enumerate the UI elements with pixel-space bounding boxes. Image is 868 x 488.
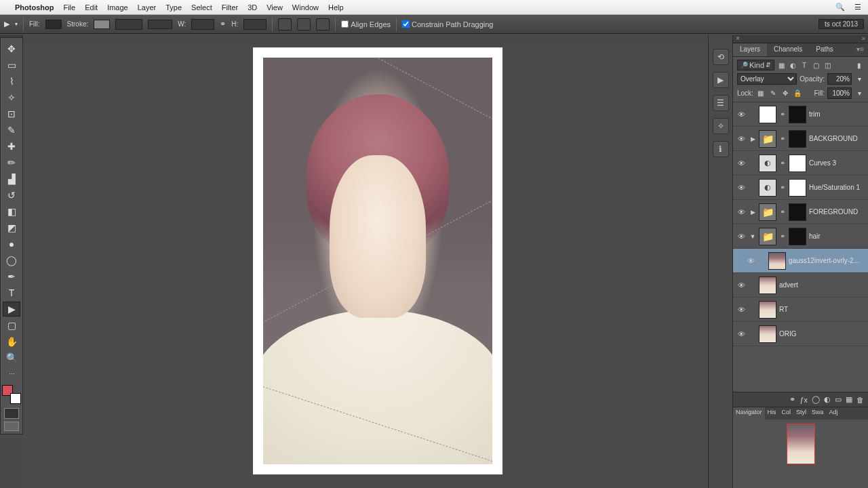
visibility-icon[interactable]: 👁 bbox=[736, 109, 747, 120]
layer-name[interactable]: hair bbox=[809, 232, 821, 240]
fill-swatch[interactable] bbox=[45, 20, 62, 29]
filter-pixel-icon[interactable]: ▦ bbox=[776, 60, 786, 70]
disclosure-icon[interactable]: ▶ bbox=[749, 209, 756, 216]
layer-row[interactable]: 👁⚭trim bbox=[733, 102, 868, 127]
visibility-icon[interactable]: 👁 bbox=[736, 207, 747, 218]
path-select-tool-icon[interactable]: ▶ bbox=[4, 20, 9, 28]
mask-thumb[interactable] bbox=[789, 179, 806, 197]
menu-layer[interactable]: Layer bbox=[138, 3, 157, 12]
lock-position-icon[interactable]: ✥ bbox=[781, 89, 790, 98]
link-icon[interactable]: ⚭ bbox=[779, 135, 786, 142]
folder-icon[interactable] bbox=[759, 203, 776, 221]
lasso-tool-icon[interactable]: ⌇ bbox=[3, 74, 20, 89]
quickmask-icon[interactable] bbox=[4, 408, 19, 419]
visibility-icon[interactable]: 👁 bbox=[745, 256, 756, 266]
pen-tool-icon[interactable]: ✒ bbox=[3, 269, 20, 284]
filter-adjust-icon[interactable]: ◐ bbox=[788, 60, 797, 70]
link-icon[interactable]: ⚭ bbox=[779, 159, 786, 167]
visibility-icon[interactable]: 👁 bbox=[736, 304, 747, 315]
history-brush-tool-icon[interactable]: ↺ bbox=[3, 188, 20, 203]
mask-icon[interactable]: ◯ bbox=[812, 395, 820, 404]
edit-toolbar-icon[interactable]: ⋯ bbox=[3, 367, 20, 382]
layer-row[interactable]: 👁⚭Curves 3 bbox=[733, 151, 868, 176]
adjustment-thumb[interactable] bbox=[759, 179, 776, 197]
lock-trans-icon[interactable]: ▦ bbox=[756, 89, 766, 98]
layer-name[interactable]: gauss12invert-ovrly-2... bbox=[789, 257, 859, 264]
link-icon[interactable]: ⚭ bbox=[779, 232, 786, 240]
tab-layers[interactable]: Layers bbox=[733, 43, 767, 56]
layer-row[interactable]: 👁ORIG bbox=[733, 322, 868, 346]
visibility-icon[interactable]: 👁 bbox=[736, 134, 747, 144]
layer-row[interactable]: 👁advert bbox=[733, 273, 868, 298]
shape-tool-icon[interactable]: ▢ bbox=[3, 318, 20, 333]
stroke-swatch[interactable] bbox=[94, 20, 110, 29]
path-align-button[interactable] bbox=[278, 18, 292, 30]
menu-help[interactable]: Help bbox=[328, 3, 344, 12]
blur-tool-icon[interactable]: ● bbox=[3, 237, 20, 251]
folder-icon[interactable] bbox=[759, 228, 776, 245]
visibility-icon[interactable]: 👁 bbox=[736, 231, 747, 242]
link-icon[interactable]: ⚭ bbox=[779, 184, 786, 191]
screenmode-icon[interactable] bbox=[4, 422, 19, 431]
background-color[interactable] bbox=[10, 393, 21, 404]
brush-tool-icon[interactable]: ✏ bbox=[3, 155, 20, 170]
link-wh-icon[interactable]: ⚭ bbox=[220, 20, 226, 28]
filter-kind-dropdown[interactable]: 🔎 Kind ⇵ bbox=[737, 60, 774, 70]
visibility-icon[interactable]: 👁 bbox=[736, 280, 747, 291]
mask-thumb[interactable] bbox=[789, 228, 806, 245]
align-edges-checkbox[interactable] bbox=[341, 20, 349, 28]
tab-adjustments[interactable]: Adj bbox=[827, 407, 841, 420]
menu-window[interactable]: Window bbox=[292, 3, 319, 12]
path-select-tool-icon[interactable]: ▶ bbox=[3, 302, 20, 317]
layer-name[interactable]: Curves 3 bbox=[809, 159, 836, 167]
dock-history-icon[interactable]: ⟲ bbox=[713, 49, 729, 65]
layer-thumb[interactable] bbox=[768, 252, 786, 270]
menu-list-icon[interactable]: ☰ bbox=[854, 3, 861, 12]
path-arrange-button[interactable] bbox=[297, 18, 311, 30]
stamp-tool-icon[interactable]: ▟ bbox=[3, 171, 20, 186]
layer-row[interactable]: 👁▶⚭FOREGROUND bbox=[733, 200, 868, 224]
dock-info-icon[interactable]: ℹ bbox=[713, 141, 729, 157]
layer-name[interactable]: ORIG bbox=[779, 330, 797, 338]
menu-type[interactable]: Type bbox=[165, 3, 182, 12]
panel-menu-icon[interactable]: ▾≡ bbox=[852, 43, 868, 56]
tab-history[interactable]: His bbox=[765, 407, 779, 420]
dock-properties-icon[interactable]: ☰ bbox=[713, 95, 729, 111]
menu-3d[interactable]: 3D bbox=[248, 3, 257, 12]
lock-pixels-icon[interactable]: ✎ bbox=[768, 89, 778, 98]
document-canvas[interactable]: ➤ bbox=[253, 47, 502, 474]
filter-smart-icon[interactable]: ◫ bbox=[823, 60, 832, 70]
spotlight-icon[interactable]: 🔍 bbox=[835, 3, 845, 12]
layer-row[interactable]: 👁gauss12invert-ovrly-2... bbox=[733, 249, 868, 273]
dodge-tool-icon[interactable]: ◯ bbox=[3, 253, 20, 268]
crop-tool-icon[interactable]: ⊡ bbox=[3, 106, 20, 121]
menu-edit[interactable]: Edit bbox=[85, 3, 98, 12]
width-input[interactable] bbox=[191, 19, 214, 30]
layer-thumb[interactable] bbox=[759, 301, 776, 319]
opacity-input[interactable] bbox=[827, 73, 852, 85]
mask-thumb[interactable] bbox=[789, 155, 806, 172]
menu-file[interactable]: File bbox=[63, 3, 75, 12]
tab-color[interactable]: Col bbox=[779, 407, 794, 420]
mask-thumb[interactable] bbox=[789, 106, 806, 123]
canvas-area[interactable]: ➤ bbox=[23, 45, 732, 488]
wand-tool-icon[interactable]: ✧ bbox=[3, 90, 20, 105]
adjustment-thumb[interactable] bbox=[759, 155, 776, 172]
marquee-tool-icon[interactable]: ▭ bbox=[3, 58, 20, 73]
hand-tool-icon[interactable]: ✋ bbox=[3, 334, 20, 349]
mask-thumb[interactable] bbox=[789, 203, 806, 221]
tool-preset-dropdown-icon[interactable]: ▾ bbox=[15, 21, 18, 27]
height-input[interactable] bbox=[243, 19, 267, 30]
trash-icon[interactable]: 🗑 bbox=[856, 396, 864, 404]
disclosure-icon[interactable]: ▶ bbox=[749, 136, 756, 142]
layer-row[interactable]: 👁▶⚭BACKGROUND bbox=[733, 127, 868, 151]
visibility-icon[interactable]: 👁 bbox=[736, 329, 747, 340]
layer-name[interactable]: trim bbox=[809, 110, 821, 118]
fill-input[interactable] bbox=[827, 87, 852, 99]
panel-collapse-icon[interactable]: » bbox=[861, 35, 865, 42]
menu-select[interactable]: Select bbox=[191, 3, 212, 12]
group-icon[interactable]: ▭ bbox=[835, 395, 842, 404]
blend-mode-select[interactable]: Overlay bbox=[737, 73, 797, 85]
layer-name[interactable]: RT bbox=[779, 306, 788, 313]
fill-dropdown-icon[interactable]: ▾ bbox=[854, 89, 864, 98]
